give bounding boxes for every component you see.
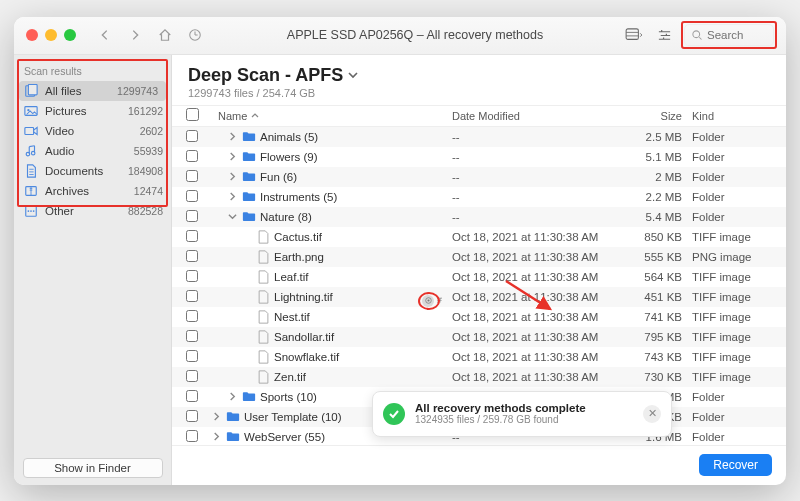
column-size[interactable]: Size [622, 110, 692, 122]
forward-button[interactable] [124, 24, 146, 46]
sidebar-item-count: 2602 [140, 125, 163, 137]
row-checkbox[interactable] [186, 170, 198, 182]
row-name: Nest.tif [274, 311, 310, 323]
row-kind: Folder [692, 391, 772, 403]
search-field[interactable] [684, 24, 774, 46]
file-row[interactable]: Earth.png Oct 18, 2021 at 11:30:38 AM 55… [172, 247, 786, 267]
select-all-checkbox[interactable] [186, 108, 199, 121]
file-row[interactable]: Sandollar.tif Oct 18, 2021 at 11:30:38 A… [172, 327, 786, 347]
disclosure-closed-icon[interactable] [228, 132, 238, 142]
disclosure-closed-icon[interactable] [228, 172, 238, 182]
audio-icon [24, 144, 38, 158]
main-subtitle: 1299743 files / 254.74 GB [188, 87, 770, 99]
row-checkbox[interactable] [186, 430, 198, 442]
row-date: Oct 18, 2021 at 11:30:38 AM [452, 351, 622, 363]
sidebar-item-pictures[interactable]: Pictures 161292 [14, 101, 171, 121]
preview-button[interactable] [422, 295, 434, 307]
disclosure-closed-icon[interactable] [228, 192, 238, 202]
row-checkbox[interactable] [186, 350, 198, 362]
column-kind[interactable]: Kind [692, 110, 772, 122]
row-checkbox[interactable] [186, 250, 198, 262]
row-checkbox[interactable] [186, 310, 198, 322]
folder-icon [242, 131, 256, 143]
sidebar-item-other[interactable]: Other 882528 [14, 201, 171, 221]
files-icon [24, 84, 38, 98]
row-date: Oct 18, 2021 at 11:30:38 AM [452, 331, 622, 343]
chevron-down-icon [347, 69, 359, 81]
row-kind: TIFF image [692, 231, 772, 243]
back-button[interactable] [94, 24, 116, 46]
file-row[interactable]: Lightning.tif #Oct 18, 2021 at 11:30:38 … [172, 287, 786, 307]
sidebar-item-count: 12474 [134, 185, 163, 197]
row-checkbox[interactable] [186, 390, 198, 402]
file-icon [258, 350, 270, 364]
sidebar-item-documents[interactable]: Documents 184908 [14, 161, 171, 181]
sidebar: Scan results All files 1299743 Pictures … [14, 55, 172, 485]
file-row[interactable]: Cactus.tif Oct 18, 2021 at 11:30:38 AM 8… [172, 227, 786, 247]
file-row[interactable]: Leaf.tif Oct 18, 2021 at 11:30:38 AM 564… [172, 267, 786, 287]
view-mode-button[interactable] [624, 26, 644, 44]
svg-point-13 [30, 210, 32, 212]
disclosure-closed-icon[interactable] [212, 412, 222, 422]
filter-button[interactable] [654, 26, 674, 44]
column-name[interactable]: Name [208, 110, 452, 122]
hash-icon: # [437, 295, 442, 305]
search-input[interactable] [707, 29, 767, 41]
file-row[interactable]: Snowflake.tif Oct 18, 2021 at 11:30:38 A… [172, 347, 786, 367]
toast-subtitle: 1324935 files / 259.78 GB found [415, 414, 633, 425]
row-kind: TIFF image [692, 331, 772, 343]
folder-row[interactable]: Nature (8) -- 5.4 MB Folder [172, 207, 786, 227]
file-row[interactable]: Zen.tif Oct 18, 2021 at 11:30:38 AM 730 … [172, 367, 786, 387]
row-kind: Folder [692, 411, 772, 423]
row-checkbox[interactable] [186, 230, 198, 242]
svg-point-14 [33, 210, 35, 212]
scan-progress-button[interactable] [184, 24, 206, 46]
row-checkbox[interactable] [186, 210, 198, 222]
row-size: 743 KB [622, 351, 692, 363]
disclosure-open-icon[interactable] [228, 212, 238, 222]
file-icon [258, 290, 270, 304]
row-checkbox[interactable] [186, 130, 198, 142]
other-icon [24, 204, 38, 218]
folder-row[interactable]: Instruments (5) -- 2.2 MB Folder [172, 187, 786, 207]
folder-row[interactable]: Animals (5) -- 2.5 MB Folder [172, 127, 786, 147]
sidebar-item-archives[interactable]: Archives 12474 [14, 181, 171, 201]
disclosure-closed-icon[interactable] [228, 152, 238, 162]
row-checkbox[interactable] [186, 150, 198, 162]
minimize-window-button[interactable] [45, 29, 57, 41]
folder-row[interactable]: Flowers (9) -- 5.1 MB Folder [172, 147, 786, 167]
disclosure-closed-icon[interactable] [212, 432, 222, 442]
close-window-button[interactable] [26, 29, 38, 41]
disclosure-closed-icon[interactable] [228, 392, 238, 402]
row-size: 564 KB [622, 271, 692, 283]
row-checkbox[interactable] [186, 190, 198, 202]
row-kind: TIFF image [692, 271, 772, 283]
row-kind: Folder [692, 191, 772, 203]
success-icon [383, 403, 405, 425]
column-date[interactable]: Date Modified [452, 110, 622, 122]
recover-button[interactable]: Recover [699, 454, 772, 476]
sidebar-item-video[interactable]: Video 2602 [14, 121, 171, 141]
file-icon [258, 310, 270, 324]
row-checkbox[interactable] [186, 290, 198, 302]
sidebar-item-label: Other [45, 205, 121, 217]
sidebar-header: Scan results [14, 55, 171, 81]
row-checkbox[interactable] [186, 270, 198, 282]
sidebar-item-count: 161292 [128, 105, 163, 117]
show-in-finder-button[interactable]: Show in Finder [23, 458, 163, 478]
row-name: User Template (10) [244, 411, 342, 423]
sidebar-item-all-files[interactable]: All files 1299743 [19, 81, 166, 101]
folder-row[interactable]: Fun (6) -- 2 MB Folder [172, 167, 786, 187]
fullscreen-window-button[interactable] [64, 29, 76, 41]
svg-point-6 [27, 108, 29, 110]
toast-close-button[interactable]: ✕ [643, 405, 661, 423]
row-checkbox[interactable] [186, 370, 198, 382]
sidebar-item-audio[interactable]: Audio 55939 [14, 141, 171, 161]
main-title[interactable]: Deep Scan - APFS [188, 65, 770, 86]
row-name: Fun (6) [260, 171, 297, 183]
home-button[interactable] [154, 24, 176, 46]
row-checkbox[interactable] [186, 330, 198, 342]
row-checkbox[interactable] [186, 410, 198, 422]
row-kind: Folder [692, 171, 772, 183]
file-row[interactable]: Nest.tif Oct 18, 2021 at 11:30:38 AM 741… [172, 307, 786, 327]
